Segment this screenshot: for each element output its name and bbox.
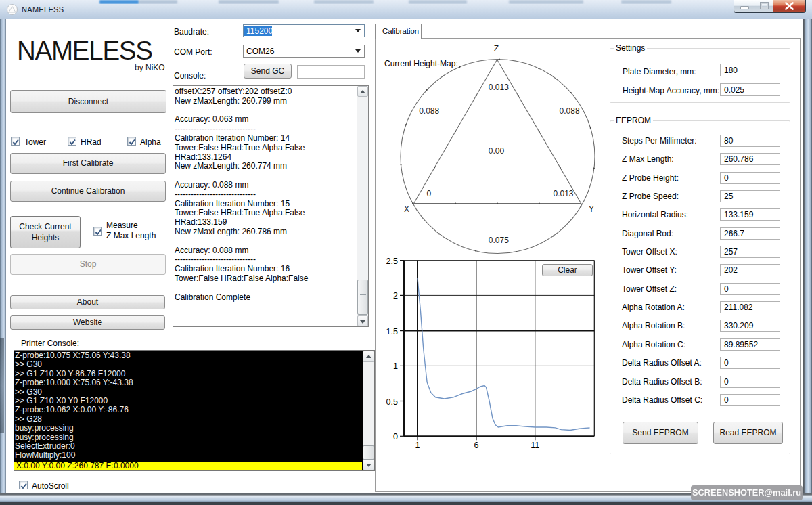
svg-text:0.5: 0.5: [386, 397, 398, 407]
svg-text:Z: Z: [494, 44, 499, 53]
svg-text:0: 0: [427, 189, 432, 198]
svg-text:2.5: 2.5: [386, 257, 398, 266]
svg-text:2: 2: [393, 291, 398, 301]
svg-text:0.075: 0.075: [489, 236, 509, 245]
svg-text:6: 6: [474, 441, 479, 450]
svg-text:1: 1: [415, 441, 420, 450]
svg-text:0.013: 0.013: [554, 189, 574, 198]
svg-text:0.088: 0.088: [560, 106, 580, 116]
svg-text:X: X: [404, 204, 409, 214]
svg-text:0.013: 0.013: [489, 83, 509, 92]
svg-text:Y: Y: [589, 204, 594, 214]
svg-text:11: 11: [531, 441, 539, 450]
svg-text:0: 0: [393, 432, 398, 441]
svg-text:0.088: 0.088: [419, 106, 439, 116]
svg-text:1: 1: [393, 361, 398, 371]
svg-text:1.5: 1.5: [386, 327, 398, 336]
svg-text:0.00: 0.00: [489, 146, 505, 156]
